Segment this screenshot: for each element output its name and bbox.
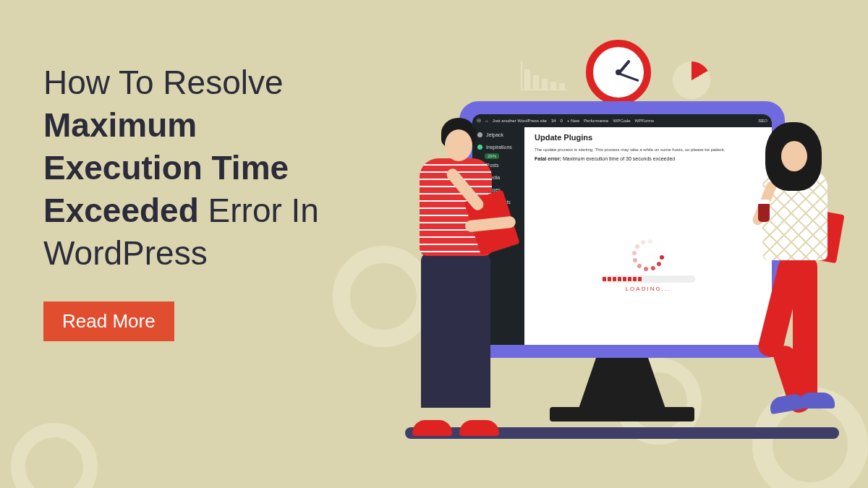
headline-prefix: How To Resolve — [43, 64, 284, 101]
fatal-error-line: Fatal error: Maximum execution time of 3… — [535, 156, 762, 161]
update-message: The update process is starting. This pro… — [535, 147, 762, 152]
adminbar-seo: SEO — [758, 119, 767, 123]
page-title: How To Resolve Maximum Execution Time Ex… — [43, 61, 354, 274]
mini-bar-chart — [521, 61, 567, 90]
site-name: Just another WordPress site — [493, 119, 547, 123]
adminbar-new: New — [571, 119, 579, 123]
monitor-stand — [579, 358, 665, 408]
decorative-arc — [11, 423, 98, 488]
wp-logo-icon: ⓦ — [477, 118, 481, 124]
spinner-icon — [634, 241, 663, 270]
read-more-button[interactable]: Read More — [43, 301, 174, 341]
home-icon: ⌂ — [485, 119, 488, 123]
adminbar-wpcode: WPCode — [613, 119, 630, 123]
mini-pie-chart — [673, 61, 710, 99]
wp-adminbar: ⓦ ⌂ Just another WordPress site 34 0 + N… — [472, 114, 772, 127]
updates-count: 34 — [551, 119, 556, 123]
adminbar-perf: Performance — [584, 119, 608, 123]
fatal-text: Maximum execution time of 30 seconds exc… — [561, 156, 675, 161]
fatal-label: Fatal error: — [535, 156, 561, 161]
illustration-man — [391, 118, 506, 436]
monitor: ⓦ ⌂ Just another WordPress site 34 0 + N… — [459, 101, 785, 421]
wp-admin-screen: ⓦ ⌂ Just another WordPress site 34 0 + N… — [472, 114, 772, 345]
loading-label: LOADING... — [601, 286, 695, 292]
illustration-woman — [745, 125, 854, 436]
clock-icon — [586, 40, 651, 105]
adminbar-wpforms: WPForms — [634, 119, 654, 123]
progress-bar — [601, 275, 695, 283]
wp-page-heading: Update Plugins — [535, 133, 762, 142]
monitor-base — [550, 407, 694, 421]
comments-count: 0 — [561, 119, 563, 123]
coffee-cup-icon — [758, 203, 770, 222]
wp-main-content: Update Plugins The update process is sta… — [524, 114, 772, 345]
